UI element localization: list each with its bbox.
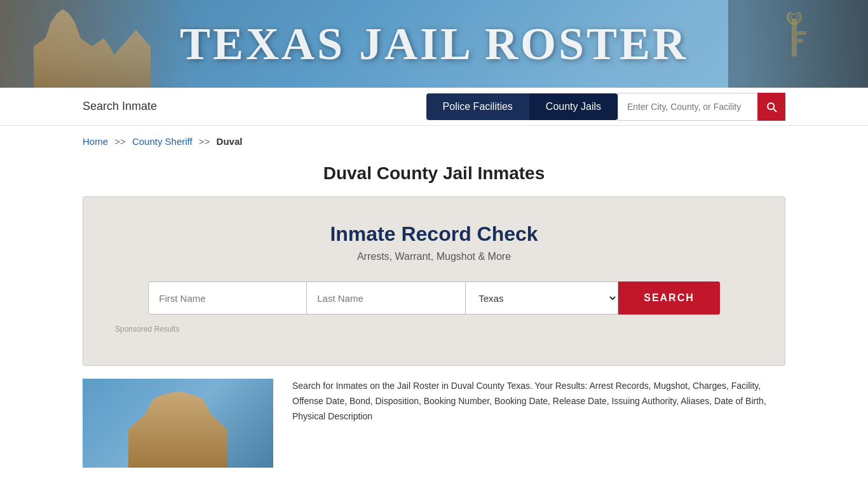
facility-search-input[interactable] [618,93,757,121]
first-name-input[interactable] [148,281,307,315]
widget-form: AlabamaAlaskaArizonaArkansasCaliforniaCo… [115,281,753,315]
nav-buttons: Police Facilities County Jails [426,93,618,120]
police-facilities-button[interactable]: Police Facilities [426,93,529,120]
breadcrumb: Home >> County Sheriff >> Duval [0,126,868,157]
sponsored-label: Sponsored Results [115,325,753,334]
navbar: Search Inmate Police Facilities County J… [0,88,868,126]
breadcrumb-county-sheriff[interactable]: County Sheriff [132,136,193,147]
state-select[interactable]: AlabamaAlaskaArizonaArkansasCaliforniaCo… [466,281,618,315]
navbar-brand: Search Inmate [83,100,157,113]
bottom-image-capitol [95,391,261,468]
breadcrumb-current: Duval [217,136,243,147]
inmate-search-button[interactable]: SEARCH [618,281,720,315]
breadcrumb-sep-1: >> [114,136,126,147]
widget-title: Inmate Record Check [115,222,753,246]
page-title-section: Duval County Jail Inmates [0,157,868,196]
banner: Texas Jail Roster [0,0,868,88]
county-jails-button[interactable]: County Jails [529,93,618,120]
last-name-input[interactable] [307,281,466,315]
banner-right-overlay [741,0,868,88]
bottom-image [83,379,273,468]
banner-title: Texas Jail Roster [180,18,688,71]
widget-subtitle: Arrests, Warrant, Mugshot & More [115,251,753,262]
search-icon [765,100,778,113]
page-title: Duval County Jail Inmates [0,163,868,184]
facility-search-button[interactable] [757,93,785,121]
breadcrumb-home[interactable]: Home [83,136,108,147]
bottom-section: Search for Inmates on the Jail Roster in… [0,379,868,468]
search-widget: Inmate Record Check Arrests, Warrant, Mu… [83,196,785,366]
bottom-description: Search for Inmates on the Jail Roster in… [292,379,785,424]
breadcrumb-sep-2: >> [199,136,210,147]
